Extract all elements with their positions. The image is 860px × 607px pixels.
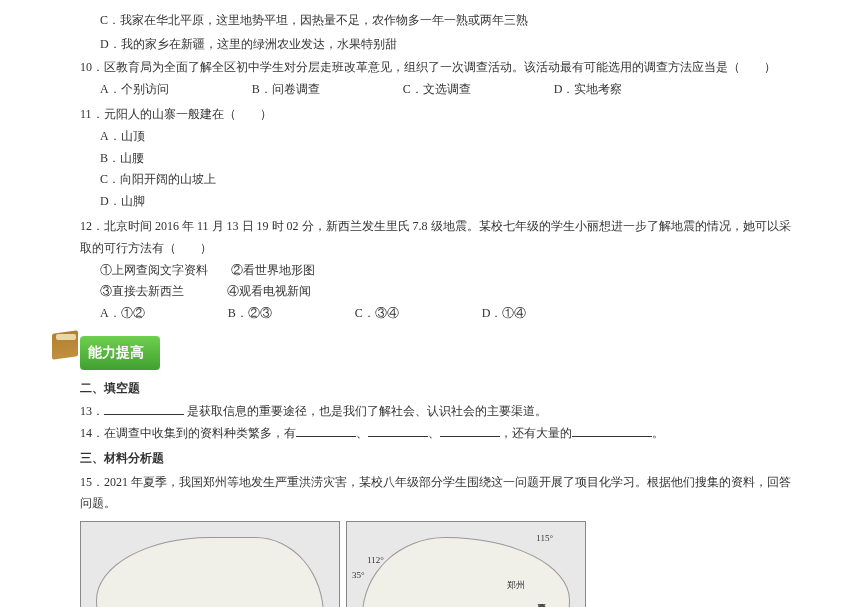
q13-num: 13． bbox=[80, 404, 104, 418]
section-3-title: 三、材料分析题 bbox=[80, 448, 800, 470]
q9-option-d: D．我的家乡在新疆，这里的绿洲农业发达，水果特别甜 bbox=[60, 34, 800, 56]
ability-badge: 能力提高 bbox=[80, 336, 160, 369]
q12-d: D．①④ bbox=[482, 303, 527, 325]
q14-blank-1[interactable] bbox=[296, 423, 356, 437]
map-2-shape bbox=[362, 537, 570, 607]
q12-options: A．①② B．②③ C．③④ D．①④ bbox=[60, 303, 800, 325]
q14-blank-3[interactable] bbox=[440, 423, 500, 437]
q9-option-c: C．我家在华北平原，这里地势平坦，因热量不足，农作物多一年一熟或两年三熟 bbox=[60, 10, 800, 32]
fig2-coord-35: 35° bbox=[352, 567, 365, 583]
q10-b: B．问卷调查 bbox=[252, 79, 320, 101]
q14-end: 。 bbox=[652, 426, 664, 440]
q11-d: D．山脚 bbox=[100, 191, 400, 213]
fig2-label-zz: 郑州 bbox=[507, 577, 525, 593]
q13-tail: 是获取信息的重要途径，也是我们了解社会、认识社会的主要渠道。 bbox=[187, 404, 547, 418]
q12-choices-34: ③直接去新西兰 ④观看电视新闻 bbox=[60, 281, 800, 303]
q13-blank[interactable] bbox=[104, 401, 184, 415]
q12-text: 12．北京时间 2016 年 11 月 13 日 19 时 02 分，新西兰发生… bbox=[60, 216, 800, 259]
figure-2: 115° 112° 35° 32° 郑州 华北平原 115° ○ 城市 200~… bbox=[346, 521, 586, 607]
q10-text: 10．区教育局为全面了解全区初中学生对分层走班改革意见，组织了一次调查活动。该活… bbox=[60, 57, 800, 79]
q14: 14．在调查中收集到的资料种类繁多，有、、，还有大量的。 bbox=[60, 423, 800, 445]
q14-mid: ，还有大量的 bbox=[500, 426, 572, 440]
q14-blank-2[interactable] bbox=[368, 423, 428, 437]
q11-text: 11．元阳人的山寨一般建在（ ） bbox=[60, 104, 800, 126]
q13: 13． 是获取信息的重要途径，也是我们了解社会、认识社会的主要渠道。 bbox=[60, 401, 800, 423]
q14-sep2: 、 bbox=[428, 426, 440, 440]
q11-b: B．山腰 bbox=[100, 148, 400, 170]
figure-1: □ 洪水 资料 1 中国洪水灾害分布图 bbox=[80, 521, 340, 607]
q12-c4: ④观看电视新闻 bbox=[227, 281, 311, 303]
q12-c: C．③④ bbox=[355, 303, 399, 325]
q14-blank-4[interactable] bbox=[572, 423, 652, 437]
figures: □ 洪水 资料 1 中国洪水灾害分布图 115° 112° 35° 32° 郑州… bbox=[80, 521, 800, 607]
q12-b: B．②③ bbox=[228, 303, 272, 325]
q12-c1: ①上网查阅文字资料 bbox=[100, 260, 208, 282]
q12-c2: ②看世界地形图 bbox=[231, 260, 315, 282]
map-1-shape bbox=[96, 537, 324, 607]
fig2-coord-112: 112° bbox=[367, 552, 384, 568]
q10-c: C．文选调查 bbox=[403, 79, 471, 101]
section-2-title: 二、填空题 bbox=[80, 378, 800, 400]
q11-options-cd: C．向阳开阔的山坡上 D．山脚 bbox=[60, 169, 800, 212]
q11-options-ab: A．山顶 B．山腰 bbox=[60, 126, 800, 169]
q12-c3: ③直接去新西兰 bbox=[100, 281, 184, 303]
q14-sep1: 、 bbox=[356, 426, 368, 440]
q12-choices-12: ①上网查阅文字资料 ②看世界地形图 bbox=[60, 260, 800, 282]
q11-c: C．向阳开阔的山坡上 bbox=[100, 169, 400, 191]
q15-text: 15．2021 年夏季，我国郑州等地发生严重洪涝灾害，某校八年级部分学生围绕这一… bbox=[60, 472, 800, 515]
fig2-coord-115-top: 115° bbox=[536, 530, 553, 546]
q12-a: A．①② bbox=[100, 303, 145, 325]
q10-options: A．个别访问 B．问卷调查 C．文选调查 D．实地考察 bbox=[60, 79, 800, 101]
q14-pre: 14．在调查中收集到的资料种类繁多，有 bbox=[80, 426, 296, 440]
q10-d: D．实地考察 bbox=[554, 79, 623, 101]
q10-a: A．个别访问 bbox=[100, 79, 169, 101]
q11-a: A．山顶 bbox=[100, 126, 400, 148]
